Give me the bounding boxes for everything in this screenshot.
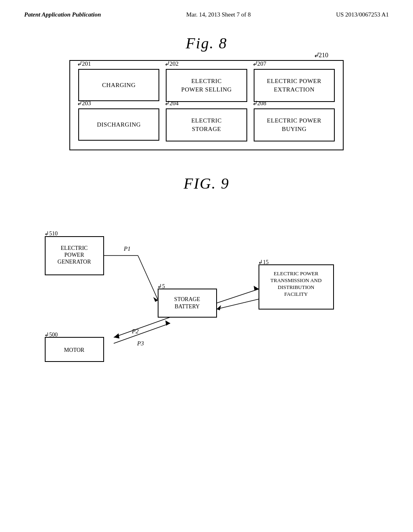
figure-8-title: Fig. 8 [24, 34, 389, 52]
label-p3: P3 [137, 340, 144, 347]
fig8-cell-208-wrapper: ↲208 ELECTRIC POWERBUYING [254, 108, 335, 141]
figure-8-section: Fig. 8 ↲210 ↲201 CHARGING ↲202 ELECTRICP… [0, 22, 413, 162]
label-202: ↲202 [164, 60, 179, 67]
node-15-label-line3: DISTRIBUTION [278, 284, 315, 290]
ref-510: ↲510 [44, 231, 58, 237]
label-204: ↲204 [164, 100, 179, 107]
arrow-battery-to-facility [217, 289, 259, 303]
node-5-box [158, 289, 217, 317]
node-15-label-line2: TRANSMISSION AND [271, 277, 322, 283]
label-p1: P1 [123, 245, 131, 252]
node-510-label-line3: GENERATOR [58, 259, 92, 265]
ref-5: ↲5 [157, 283, 165, 289]
figure-9-title: FIG. 9 [24, 175, 389, 192]
ref-500: ↲500 [44, 332, 58, 338]
figure-9-section: FIG. 9 ELECTRIC POWER GENERATOR ↲510 STO… [0, 162, 413, 382]
label-207: ↲207 [252, 60, 267, 67]
fig8-cell-electric-storage: ELECTRICSTORAGE [166, 108, 247, 141]
ref-15: ↲15 [258, 259, 269, 265]
header-publication-label: Patent Application Publication [24, 11, 101, 18]
fig8-cell-201-wrapper: ↲201 CHARGING [78, 69, 159, 102]
arrow-facility-to-battery [217, 299, 259, 309]
fig9-diagram: ELECTRIC POWER GENERATOR ↲510 STORAGE BA… [24, 200, 389, 374]
fig8-cell-204-wrapper: ↲204 ELECTRICSTORAGE [166, 108, 247, 141]
label-201: ↲201 [77, 60, 91, 67]
arrowhead-to-facility [254, 286, 259, 291]
node-5-label-line1: STORAGE [174, 296, 200, 302]
node-5-label-line2: BATTERY [175, 303, 200, 310]
page-header: Patent Application Publication Mar. 14, … [0, 0, 413, 22]
fig8-cell-electric-power-extraction: ELECTRIC POWEREXTRACTION [254, 69, 335, 102]
fig8-cell-203-wrapper: ↲203 DISCHARGING [78, 108, 159, 141]
fig8-outer-box: ↲201 CHARGING ↲202 ELECTRICPOWER SELLING… [69, 60, 344, 150]
label-p2: P2 [131, 328, 139, 335]
arrowhead-to-motor [114, 333, 119, 339]
fig8-cell-charging: CHARGING [78, 69, 159, 101]
arrowhead-p3 [165, 320, 170, 326]
node-500-label: MOTOR [64, 347, 85, 353]
node-15-label-line4: FACILITY [284, 291, 308, 297]
label-208: ↲208 [252, 100, 267, 107]
fig8-cell-electric-power-selling: ELECTRICPOWER SELLING [166, 69, 247, 102]
arrowhead-to-battery [153, 297, 158, 302]
node-510-label-line1: ELECTRIC [61, 245, 88, 251]
fig8-cell-electric-power-buying: ELECTRIC POWERBUYING [254, 108, 335, 141]
node-15-label-line1: ELECTRIC POWER [274, 270, 319, 276]
header-date-sheet: Mar. 14, 2013 Sheet 7 of 8 [186, 11, 251, 18]
arrow-battery-p2 [114, 317, 170, 337]
fig8-cell-207-wrapper: ↲207 ELECTRIC POWEREXTRACTION [254, 69, 335, 102]
label-210: ↲210 [313, 51, 328, 59]
fig9-svg: ELECTRIC POWER GENERATOR ↲510 STORAGE BA… [33, 200, 380, 374]
label-203: ↲203 [77, 100, 91, 107]
fig8-cell-discharging: DISCHARGING [78, 108, 159, 141]
fig8-cell-202-wrapper: ↲202 ELECTRICPOWER SELLING [166, 69, 247, 102]
arrowhead-back-to-battery [217, 305, 221, 310]
header-patent-number: US 2013/0067253 A1 [336, 11, 389, 18]
arrow-gen-p1-diag [138, 256, 158, 300]
node-510-label-line2: POWER [65, 252, 85, 258]
